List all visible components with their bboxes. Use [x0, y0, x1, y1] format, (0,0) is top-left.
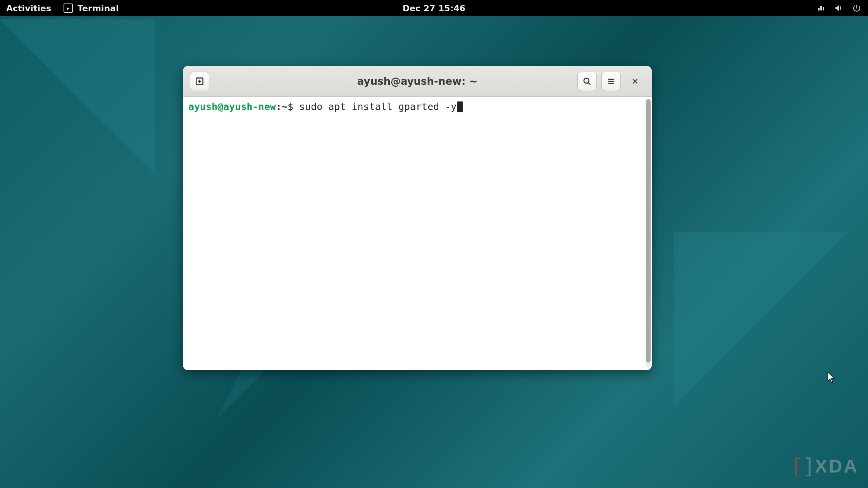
clock[interactable]: Dec 27 15:46: [403, 3, 465, 13]
window-title: ayush@ayush-new: ~: [357, 76, 478, 87]
window-titlebar[interactable]: ayush@ayush-new: ~: [183, 66, 652, 97]
terminal-content[interactable]: ayush@ayush-new:~$ sudo apt install gpar…: [183, 97, 652, 370]
new-tab-button[interactable]: [190, 72, 209, 91]
terminal-window: ayush@ayush-new: ~ ayush@ayush-new:~$ su…: [183, 66, 652, 370]
menu-button[interactable]: [601, 72, 621, 91]
terminal-cursor: [457, 101, 463, 112]
prompt-colon: :: [276, 101, 282, 112]
xda-watermark: [] XDA: [793, 454, 859, 479]
watermark-bracket-right: ]: [804, 454, 813, 479]
mouse-pointer: [827, 372, 836, 383]
wallpaper-shape: [674, 232, 868, 426]
svg-line-4: [588, 82, 590, 84]
command-text: sudo apt install gparted -y: [299, 101, 456, 112]
terminal-icon: ▸: [64, 3, 73, 13]
prompt-user-host: ayush@ayush-new: [188, 101, 276, 112]
gnome-top-panel: Activities ▸ Terminal Dec 27 15:46: [0, 0, 868, 16]
watermark-bracket-left: [: [793, 454, 802, 479]
volume-icon: [834, 3, 844, 13]
terminal-scrollbar[interactable]: [646, 99, 651, 368]
close-button[interactable]: [625, 72, 645, 91]
wallpaper-shape: [0, 19, 155, 174]
search-button[interactable]: [577, 72, 597, 91]
scrollbar-thumb[interactable]: [646, 99, 651, 363]
prompt-path: ~: [282, 101, 288, 112]
activities-button[interactable]: Activities: [6, 3, 51, 13]
network-icon: [816, 3, 826, 13]
system-status-area[interactable]: [816, 3, 862, 13]
active-app-name: Terminal: [78, 3, 119, 13]
prompt-symbol: $: [288, 101, 293, 112]
active-app-indicator[interactable]: ▸ Terminal: [64, 3, 119, 13]
watermark-text: XDA: [815, 455, 859, 477]
power-icon: [852, 3, 862, 13]
svg-point-3: [584, 78, 589, 83]
